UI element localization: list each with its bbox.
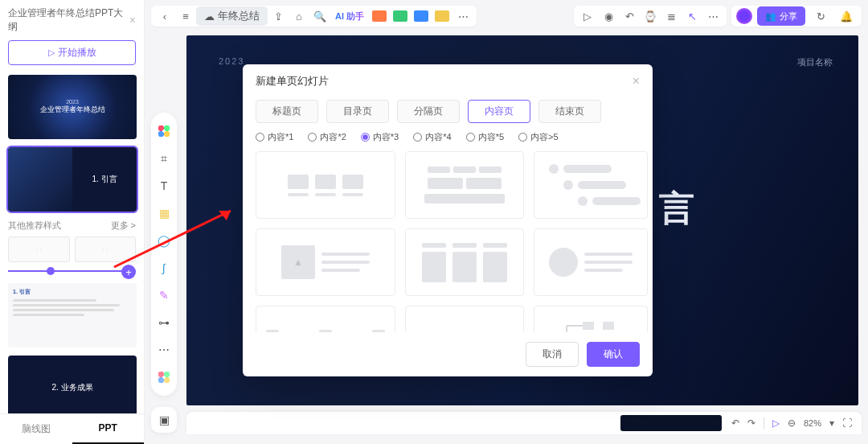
dialog-tabs: 标题页 目录页 分隔页 内容页 结束页: [243, 93, 653, 123]
tab-divider-page[interactable]: 分隔页: [397, 100, 460, 123]
start-play-button[interactable]: ▷开始播放: [8, 40, 136, 65]
app-p-icon[interactable]: [372, 10, 387, 22]
back-icon[interactable]: ‹: [154, 6, 175, 26]
tab-toc-page[interactable]: 目录页: [326, 100, 389, 123]
pointer-mode-icon[interactable]: ▷: [772, 417, 780, 429]
zoom-percent[interactable]: 82%: [804, 418, 821, 428]
radio-content-gt5[interactable]: 内容>5: [518, 131, 559, 143]
radio-content-4[interactable]: 内容*4: [413, 131, 451, 143]
document-title: 企业管理者年终总结PPT大纲: [8, 6, 129, 34]
thumb-section-1[interactable]: 1. 引言: [8, 147, 137, 212]
tag-icon[interactable]: ⌂: [289, 6, 309, 26]
ai-assistant-button[interactable]: AI 助手: [335, 10, 364, 23]
template-5[interactable]: [405, 228, 524, 296]
timer-icon[interactable]: ⌚: [640, 6, 661, 26]
canvas-project-name: 项目名称: [797, 56, 833, 68]
radio-content-2[interactable]: 内容*2: [308, 131, 346, 143]
confirm-button[interactable]: 确认: [587, 342, 640, 367]
doc-chip-label: 年终总结: [218, 9, 260, 23]
template-6[interactable]: [534, 228, 648, 296]
bracket-tree-icon: [542, 319, 639, 332]
play-icon: ▷: [48, 47, 55, 57]
tab-content-page[interactable]: 内容页: [468, 100, 530, 123]
curve-icon[interactable]: ∫: [157, 261, 171, 275]
share-label: 分享: [780, 10, 797, 23]
toolbar-overflow-icon[interactable]: ⋯: [452, 6, 473, 26]
brush-icon[interactable]: ✎: [157, 288, 171, 302]
tab-title-page[interactable]: 标题页: [256, 100, 318, 123]
filmstrip-preview[interactable]: [620, 415, 722, 431]
color-dots-icon[interactable]: [157, 370, 171, 384]
search-icon[interactable]: 🔍: [309, 6, 330, 26]
undo-icon[interactable]: ↶: [731, 417, 739, 429]
cursor-icon[interactable]: ↖: [682, 6, 702, 26]
export-icon[interactable]: ⇪: [268, 6, 289, 26]
tool-rail: ⌗ T ▦ ◯ ∫ ✎ ⊶ ⋯: [151, 113, 177, 396]
close-icon[interactable]: ×: [129, 14, 136, 27]
crop-icon[interactable]: ⌗: [157, 151, 171, 166]
chart-icon[interactable]: ≣: [661, 6, 682, 26]
history-undo-icon[interactable]: ↶: [619, 6, 640, 26]
thumb-cover[interactable]: 2023 企业管理者年终总结: [8, 75, 137, 139]
left-bottom-tabs: 脑线图 PPT: [0, 413, 144, 444]
template-2[interactable]: [405, 151, 524, 219]
template-7[interactable]: [256, 306, 395, 332]
other-styles-header: 其他推荐样式 更多 >: [8, 220, 136, 232]
zoom-out-icon[interactable]: ⊖: [788, 417, 796, 429]
radio-content-1[interactable]: 内容*1: [256, 131, 293, 143]
dialog-close-icon[interactable]: ×: [633, 74, 640, 88]
template-9[interactable]: [534, 306, 648, 332]
template-3[interactable]: [534, 151, 648, 219]
menu-icon[interactable]: ≡: [175, 6, 196, 26]
add-slide-button[interactable]: +: [121, 265, 136, 279]
toolbar-more-icon[interactable]: ⋯: [702, 6, 723, 26]
separator: [764, 417, 764, 429]
app-b-icon[interactable]: [414, 10, 428, 22]
radio-content-5[interactable]: 内容*5: [466, 131, 504, 143]
template-4[interactable]: ▲: [256, 228, 395, 296]
zoom-dropdown-icon[interactable]: ▾: [829, 417, 834, 429]
style-variants: · · · ·: [8, 236, 136, 262]
thumb-section-1-label: 1. 引言: [72, 147, 137, 212]
present-icon[interactable]: ▷: [577, 6, 598, 26]
share-button[interactable]: 👥 分享: [757, 6, 805, 26]
slide-thumbnails: 2023 企业管理者年终总结 1. 引言 其他推荐样式 更多 > · · · ·…: [0, 75, 144, 413]
record-icon[interactable]: ◉: [598, 6, 619, 26]
version-history-icon[interactable]: ↻: [810, 6, 831, 26]
template-8[interactable]: [405, 306, 524, 332]
tab-ppt[interactable]: PPT: [72, 414, 145, 444]
thumb-outline[interactable]: 1. 引言: [8, 283, 137, 347]
radio-content-3[interactable]: 内容*3: [361, 131, 399, 143]
app-y-icon[interactable]: [435, 10, 449, 22]
note-icon[interactable]: ▦: [157, 206, 171, 220]
cancel-button[interactable]: 取消: [526, 342, 579, 367]
rail-more-icon[interactable]: ⋯: [157, 343, 171, 357]
left-sidebar: 企业管理者年终总结PPT大纲 × ▷开始播放 2023 企业管理者年终总结 1.…: [0, 0, 145, 444]
variant-2[interactable]: · ·: [75, 236, 137, 262]
template-1[interactable]: [256, 151, 395, 219]
more-styles-link[interactable]: 更多 >: [111, 220, 136, 232]
connector-icon[interactable]: ⊶: [157, 315, 171, 330]
variant-1[interactable]: · ·: [8, 236, 70, 262]
tab-mindmap[interactable]: 脑线图: [0, 414, 72, 444]
notification-icon[interactable]: 🔔: [836, 6, 857, 26]
document-title-row: 企业管理者年终总结PPT大纲 ×: [0, 0, 144, 40]
layout-toggle-button[interactable]: ▣: [151, 407, 177, 433]
share-icon: 👥: [765, 11, 776, 22]
theme-icon[interactable]: [157, 124, 171, 138]
doc-chip[interactable]: ☁ 年终总结: [196, 6, 268, 26]
thumb-section-2[interactable]: 2. 业务成果: [8, 356, 137, 413]
timeline-dot-icon: [47, 267, 55, 275]
dialog-footer: 取消 确认: [243, 332, 653, 376]
svg-rect-4: [583, 322, 594, 330]
tab-end-page[interactable]: 结束页: [538, 100, 601, 123]
fullscreen-icon[interactable]: ⛶: [842, 417, 852, 429]
app-g-icon[interactable]: [393, 10, 407, 22]
app-logo-icon[interactable]: [736, 8, 752, 24]
redo-icon[interactable]: ↷: [747, 417, 755, 429]
shape-icon[interactable]: ◯: [157, 233, 171, 248]
thumb-cover-title: 企业管理者年终总结: [40, 105, 105, 115]
other-styles-label: 其他推荐样式: [8, 220, 61, 232]
text-icon[interactable]: T: [157, 179, 171, 193]
canvas-year: 2023: [219, 56, 244, 66]
